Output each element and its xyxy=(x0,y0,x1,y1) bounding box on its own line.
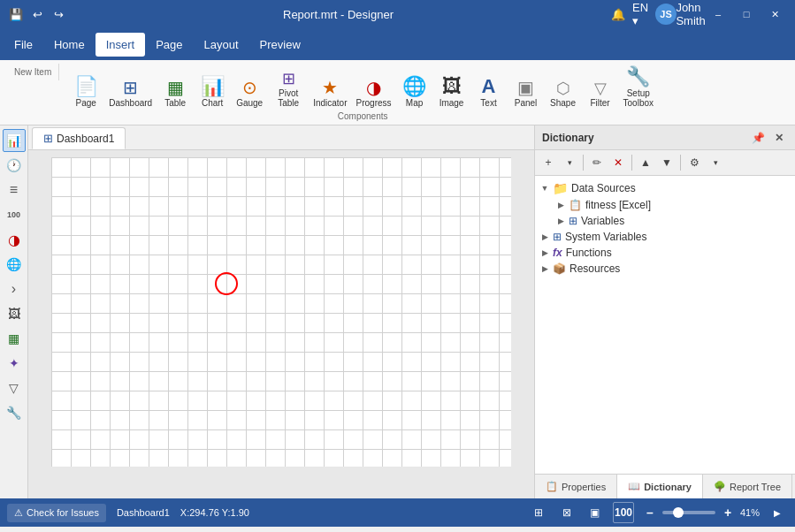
lt-btn-circle[interactable]: ◑ xyxy=(3,228,26,251)
tree-toggle-fitness[interactable]: ▶ xyxy=(554,199,567,211)
text-icon: A xyxy=(482,77,496,96)
tree-toggle-system-vars[interactable]: ▶ xyxy=(539,231,551,243)
dict-settings-dropdown[interactable]: ▾ xyxy=(706,153,725,172)
bottom-tab-dictionary[interactable]: 📖 Dictionary xyxy=(617,475,703,498)
tab-dashboard1-icon: ⊞ xyxy=(43,132,53,145)
close-button[interactable]: ✕ xyxy=(761,0,788,28)
bottom-tab-report-tree[interactable]: 🌳 Report Tree xyxy=(703,475,792,498)
lt-btn-image[interactable]: 🖼 xyxy=(3,302,26,325)
ribbon-btn-chart[interactable]: 📊 Chart xyxy=(195,75,230,110)
panel-pin-button[interactable]: 📌 xyxy=(749,129,767,147)
ribbon-btn-map[interactable]: 🌐 Map xyxy=(397,75,432,110)
status-icon-1[interactable]: ⊞ xyxy=(528,502,549,523)
ribbon-btn-gauge[interactable]: ⊙ Gauge xyxy=(232,77,267,110)
ribbon-group-label-new: New Item xyxy=(14,65,51,77)
menu-page[interactable]: Page xyxy=(145,33,193,57)
cursor-indicator xyxy=(215,272,238,295)
dict-add-dropdown[interactable]: ▾ xyxy=(560,153,579,172)
tab-dashboard1[interactable]: ⊞ Dashboard1 xyxy=(32,127,126,149)
ribbon-btn-map-label: Map xyxy=(406,98,423,108)
canvas-grid[interactable] xyxy=(51,157,511,467)
zoom-slider[interactable] xyxy=(662,511,715,514)
lt-btn-tools[interactable]: 🔧 xyxy=(3,401,26,424)
menu-preview[interactable]: Preview xyxy=(249,33,311,57)
tree-toggle-data-sources[interactable]: ▼ xyxy=(539,182,551,194)
tree-toggle-resources[interactable]: ▶ xyxy=(539,262,551,275)
ribbon: New Item 📄 Page ⊞ Dashboard ▦ Table 📊 xyxy=(0,60,795,125)
lt-btn-expand[interactable]: › xyxy=(3,277,26,300)
tree-item-resources[interactable]: ▶ 📦 Resources xyxy=(535,261,795,277)
shape-icon: ⬡ xyxy=(556,80,570,96)
bottom-tab-properties[interactable]: 📋 Properties xyxy=(535,475,617,498)
ribbon-btn-setup-toolbox[interactable]: 🔧 SetupToolbox xyxy=(620,65,657,110)
panel-close-button[interactable]: ✕ xyxy=(770,129,788,147)
status-expand-btn[interactable]: ▶ xyxy=(767,502,788,523)
dict-move-up-button[interactable]: ▲ xyxy=(636,153,655,172)
check-for-issues-button[interactable]: ⚠ Check for Issues xyxy=(7,504,106,522)
zoom-level: 41% xyxy=(740,507,760,518)
language-selector[interactable]: EN ▾ xyxy=(632,5,650,23)
ribbon-btn-shape[interactable]: ⬡ Shape xyxy=(546,79,581,110)
ribbon-btn-filter[interactable]: ▽ Filter xyxy=(583,79,618,110)
user-name[interactable]: John Smith xyxy=(682,5,699,23)
properties-label: Properties xyxy=(562,482,606,492)
status-icon-3[interactable]: ▣ xyxy=(585,502,606,523)
user-avatar[interactable]: JS xyxy=(655,4,677,25)
menu-insert[interactable]: Insert xyxy=(96,33,146,57)
dict-add-button[interactable]: + xyxy=(539,153,558,172)
tree-item-fitness-excel[interactable]: ▶ 📋 fitness [Excel] xyxy=(535,197,795,213)
main-wrapper: 📊 🕐 ≡ 100 ◑ 🌐 › 🖼 ▦ ✦ ▽ 🔧 ⊞ Dashboard1 xyxy=(0,125,795,498)
canvas-content[interactable] xyxy=(28,150,534,498)
maximize-button[interactable]: □ xyxy=(733,0,760,28)
pivot-table-icon: ⊞ xyxy=(282,71,295,87)
ribbon-btn-table[interactable]: ▦ Table xyxy=(157,77,193,110)
panel-header-controls: 📌 ✕ xyxy=(749,129,788,147)
minimize-button[interactable]: – xyxy=(705,0,731,28)
lt-btn-globe[interactable]: 🌐 xyxy=(3,253,26,276)
zoom-out-button[interactable]: – xyxy=(641,504,659,521)
lt-btn-filter[interactable]: ▽ xyxy=(3,376,26,399)
menu-layout[interactable]: Layout xyxy=(194,33,249,57)
tree-item-system-variables[interactable]: ▶ ⊞ System Variables xyxy=(535,229,795,245)
menu-file[interactable]: File xyxy=(4,33,43,57)
tree-item-data-sources[interactable]: ▼ 📁 Data Sources xyxy=(535,179,795,197)
undo-button[interactable]: ↩ xyxy=(28,5,46,23)
lt-btn-100[interactable]: 100 xyxy=(3,203,26,226)
ribbon-btn-text[interactable]: A Text xyxy=(471,75,507,110)
ribbon-btn-pivot-table[interactable]: ⊞ PivotTable xyxy=(269,69,308,110)
ribbon-group-label-components: Components xyxy=(338,110,388,121)
dict-separator-2 xyxy=(631,155,632,171)
ribbon-btn-image[interactable]: 🖼 Image xyxy=(434,75,470,110)
left-toolbar: 📊 🕐 ≡ 100 ◑ 🌐 › 🖼 ▦ ✦ ▽ 🔧 xyxy=(0,125,28,498)
tree-label-variables: Variables xyxy=(581,215,624,227)
status-icon-4[interactable]: 100 xyxy=(613,502,634,523)
lt-btn-table[interactable]: ▦ xyxy=(3,327,26,350)
ribbon-btn-page[interactable]: 📄 Page xyxy=(68,75,103,110)
lt-btn-chart[interactable]: 📊 xyxy=(3,129,26,152)
dict-settings-button[interactable]: ⚙ xyxy=(684,153,704,172)
dict-edit-button[interactable]: ✏ xyxy=(587,153,607,172)
tree-toggle-variables[interactable]: ▶ xyxy=(554,215,567,227)
status-icon-2[interactable]: ⊠ xyxy=(556,502,577,523)
ribbon-btn-progress[interactable]: ◑ Progress xyxy=(353,77,395,110)
zoom-in-button[interactable]: + xyxy=(719,504,737,521)
ribbon-btn-panel[interactable]: ▣ Panel xyxy=(508,77,544,110)
notification-icon[interactable]: 🔔 xyxy=(609,5,627,23)
lt-btn-list[interactable]: ≡ xyxy=(3,179,26,201)
tree-item-variables[interactable]: ▶ ⊞ Variables xyxy=(535,213,795,229)
tree-item-functions[interactable]: ▶ fx Functions xyxy=(535,245,795,261)
canvas-area: ⊞ Dashboard1 xyxy=(28,125,534,498)
ribbon-btn-indicator[interactable]: ★ Indicator xyxy=(310,77,350,110)
save-button[interactable]: 💾 xyxy=(7,5,25,23)
tree-toggle-functions[interactable]: ▶ xyxy=(539,247,551,259)
lt-btn-shape[interactable]: ✦ xyxy=(3,352,26,375)
lt-btn-clock[interactable]: 🕐 xyxy=(3,154,26,177)
dict-move-down-button[interactable]: ▼ xyxy=(657,153,677,172)
dict-delete-button[interactable]: ✕ xyxy=(608,153,628,172)
redo-button[interactable]: ↪ xyxy=(50,5,67,23)
tree-label-functions: Functions xyxy=(566,247,612,259)
menu-home[interactable]: Home xyxy=(43,33,96,57)
window-controls: – □ ✕ xyxy=(705,0,788,28)
ribbon-btn-dashboard[interactable]: ⊞ Dashboard xyxy=(105,77,156,110)
right-panel: Dictionary 📌 ✕ + ▾ ✏ ✕ ▲ ▼ ⚙ ▾ ▼ 📁 xyxy=(534,125,795,498)
